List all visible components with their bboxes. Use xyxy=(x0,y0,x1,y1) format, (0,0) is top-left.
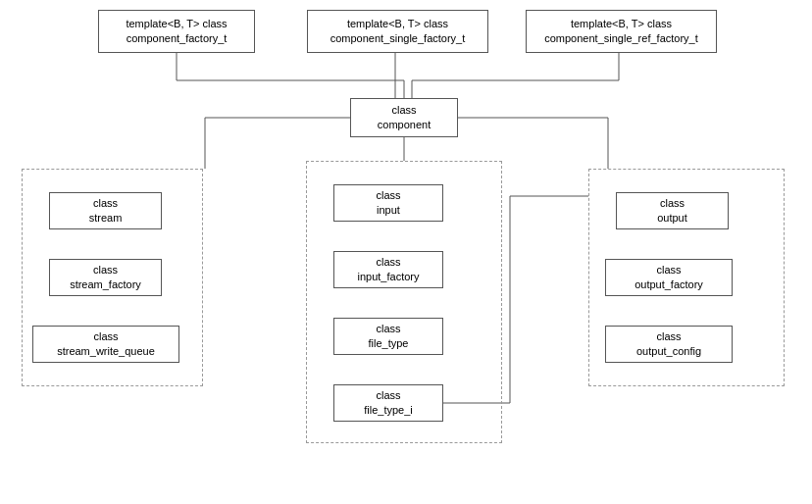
component-single-ref-factory-label: template<B, T> class component_single_re… xyxy=(544,17,698,47)
stream-factory-box: class stream_factory xyxy=(49,259,162,296)
output-box: class output xyxy=(616,192,729,229)
stream-factory-label: class stream_factory xyxy=(70,263,141,293)
input-factory-label: class input_factory xyxy=(358,255,420,285)
input-label: class input xyxy=(376,188,400,219)
output-config-box: class output_config xyxy=(605,326,733,363)
input-box: class input xyxy=(333,184,443,222)
file-type-i-label: class file_type_i xyxy=(364,388,413,419)
component-factory-box: template<B, T> class component_factory_t xyxy=(98,10,255,53)
stream-box: class stream xyxy=(49,192,162,229)
output-label: class output xyxy=(657,196,687,227)
stream-write-queue-label: class stream_write_queue xyxy=(57,329,155,360)
output-factory-box: class output_factory xyxy=(605,259,733,296)
output-config-label: class output_config xyxy=(636,329,701,360)
component-box: class component xyxy=(350,98,458,137)
component-factory-label: template<B, T> class component_factory_t xyxy=(126,17,227,47)
output-factory-label: class output_factory xyxy=(634,263,703,293)
diagram: template<B, T> class component_factory_t… xyxy=(0,0,812,504)
component-single-factory-label: template<B, T> class component_single_fa… xyxy=(330,17,466,47)
stream-label: class stream xyxy=(89,196,123,227)
component-single-factory-box: template<B, T> class component_single_fa… xyxy=(307,10,488,53)
input-factory-box: class input_factory xyxy=(333,251,443,288)
file-type-i-box: class file_type_i xyxy=(333,384,443,422)
component-single-ref-factory-box: template<B, T> class component_single_re… xyxy=(526,10,717,53)
component-label: class component xyxy=(378,103,431,133)
stream-write-queue-box: class stream_write_queue xyxy=(32,326,179,363)
file-type-box: class file_type xyxy=(333,318,443,355)
file-type-label: class file_type xyxy=(369,322,409,352)
